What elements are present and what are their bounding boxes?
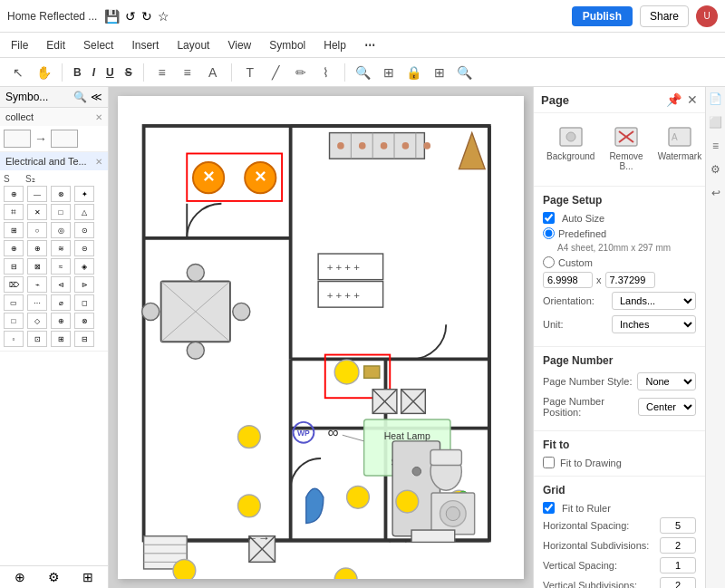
sym-33[interactable]: ⊟ <box>74 331 94 347</box>
width-input[interactable] <box>543 272 593 288</box>
sym-fan[interactable]: ✦ <box>74 186 94 202</box>
height-input[interactable] <box>605 272 655 288</box>
strip-shape-icon[interactable]: ⬜ <box>708 114 724 130</box>
search-panel-icon[interactable]: 🔍 <box>73 91 87 103</box>
sym-32[interactable]: ⊞ <box>51 331 71 347</box>
strip-format-icon[interactable]: ⚙ <box>708 161 724 178</box>
sym-19[interactable]: ⌁ <box>27 276 47 293</box>
fit-to-drawing-checkbox[interactable] <box>543 457 555 468</box>
menu-select[interactable]: Select <box>80 37 117 53</box>
sym-7[interactable]: ○ <box>27 222 47 238</box>
orientation-select[interactable]: Lands... <box>612 292 696 310</box>
sym-23[interactable]: ⋯ <box>27 294 47 311</box>
sym-5[interactable]: △ <box>74 204 94 220</box>
custom-radio[interactable] <box>543 256 555 268</box>
auto-size-checkbox[interactable] <box>543 212 555 224</box>
share-button[interactable]: Share <box>640 5 689 27</box>
close-panel-icon[interactable]: ✕ <box>687 92 698 107</box>
sym-24[interactable]: ⌀ <box>51 294 71 311</box>
sym-6[interactable]: ⊞ <box>4 222 24 238</box>
font-size-button[interactable]: A <box>202 62 224 83</box>
sym-2[interactable]: ⌗ <box>4 204 24 220</box>
expand-panel-icon[interactable]: ⊞ <box>82 570 93 584</box>
pointer-tool[interactable]: ↖ <box>7 62 29 83</box>
menu-file[interactable]: File <box>7 37 32 53</box>
sym-28[interactable]: ⊕ <box>51 313 71 329</box>
redo-icon[interactable]: ↻ <box>141 9 152 24</box>
v-subdivisions-input[interactable] <box>660 577 696 588</box>
bold-button[interactable]: B <box>70 64 85 81</box>
close-electrical-icon[interactable]: ✕ <box>95 157 102 167</box>
collect-item-2[interactable] <box>51 130 78 148</box>
menu-help[interactable]: Help <box>320 37 350 53</box>
sym-3[interactable]: ✕ <box>27 204 47 220</box>
strikethrough-button[interactable]: S <box>121 64 136 81</box>
sym-29[interactable]: ⊗ <box>74 313 94 329</box>
sym-31[interactable]: ⊡ <box>27 331 47 347</box>
sym-8[interactable]: ◎ <box>51 222 71 238</box>
menu-more[interactable]: ⋯ <box>361 37 379 53</box>
line-tool[interactable]: ╱ <box>265 62 286 83</box>
sym-20[interactable]: ⊲ <box>51 276 71 293</box>
sym-25[interactable]: ◻ <box>74 294 94 311</box>
align-left-button[interactable]: ≡ <box>151 62 173 83</box>
search-button[interactable]: 🔍 <box>454 62 476 83</box>
text-tool[interactable]: T <box>239 62 261 83</box>
draw-tool[interactable]: ✏ <box>290 62 312 83</box>
hand-tool[interactable]: ✋ <box>33 62 54 83</box>
collapse-panel-icon[interactable]: ≪ <box>91 91 102 103</box>
crop-button[interactable]: ⊞ <box>378 62 400 83</box>
sym-10[interactable]: ⊕ <box>4 240 24 256</box>
remove-bg-button[interactable]: Remove B... <box>605 120 646 175</box>
sym-9[interactable]: ⊙ <box>74 222 94 238</box>
sym-30[interactable]: ▫ <box>4 331 24 347</box>
h-subdivisions-input[interactable] <box>660 537 696 554</box>
pn-style-select[interactable]: None <box>637 372 696 390</box>
strip-undo-history-icon[interactable]: ↩ <box>708 185 724 201</box>
sym-outlet[interactable]: ⊕ <box>4 186 24 202</box>
predefined-radio[interactable] <box>543 227 555 239</box>
sym-22[interactable]: ▭ <box>4 294 24 311</box>
lock-button[interactable]: 🔒 <box>403 62 425 83</box>
publish-button[interactable]: Publish <box>572 6 633 26</box>
sym-18[interactable]: ⌦ <box>4 276 24 293</box>
settings-panel-icon[interactable]: ⚙ <box>48 570 60 584</box>
collect-header[interactable]: collect ✕ <box>0 108 108 126</box>
save-icon[interactable]: 💾 <box>104 9 120 24</box>
sym-switch[interactable]: — <box>27 186 47 202</box>
sym-16[interactable]: ≈ <box>51 258 71 275</box>
strip-page-icon[interactable]: 📄 <box>708 91 724 107</box>
background-button[interactable]: Background <box>543 120 598 175</box>
v-spacing-input[interactable] <box>660 557 696 574</box>
sym-27[interactable]: ◇ <box>27 313 47 329</box>
add-symbol-icon[interactable]: ⊕ <box>14 570 25 584</box>
h-spacing-input[interactable] <box>660 517 696 534</box>
italic-button[interactable]: I <box>89 64 99 81</box>
underline-button[interactable]: U <box>102 64 118 81</box>
fit-to-ruler-checkbox[interactable] <box>543 502 555 514</box>
sym-4[interactable]: □ <box>51 204 71 220</box>
menu-symbol[interactable]: Symbol <box>266 37 309 53</box>
sym-13[interactable]: ⊝ <box>74 240 94 256</box>
sym-lamp[interactable]: ⊗ <box>51 186 71 202</box>
undo-icon[interactable]: ↺ <box>125 9 136 24</box>
collect-item-1[interactable] <box>4 130 31 148</box>
grid-button[interactable]: ⊞ <box>429 62 450 83</box>
menu-layout[interactable]: Layout <box>173 37 213 53</box>
menu-edit[interactable]: Edit <box>43 37 69 53</box>
unit-select[interactable]: Inches <box>612 315 696 333</box>
sym-14[interactable]: ⊟ <box>4 258 24 275</box>
sym-11[interactable]: ⊕ <box>27 240 47 256</box>
connector-tool[interactable]: ⌇ <box>315 62 337 83</box>
star-icon[interactable]: ☆ <box>158 9 169 24</box>
menu-view[interactable]: View <box>224 37 255 53</box>
strip-layers-icon[interactable]: ≡ <box>708 138 724 154</box>
pn-position-select[interactable]: Center <box>638 398 696 416</box>
sym-26[interactable]: □ <box>4 313 24 329</box>
electrical-header[interactable]: Electrical and Te... ✕ <box>0 152 108 170</box>
close-collect-icon[interactable]: ✕ <box>95 112 102 122</box>
align-center-button[interactable]: ≡ <box>177 62 198 83</box>
menu-insert[interactable]: Insert <box>128 37 162 53</box>
canvas-area[interactable]: ✕ ✕ <box>109 87 533 588</box>
sym-15[interactable]: ⊠ <box>27 258 47 275</box>
